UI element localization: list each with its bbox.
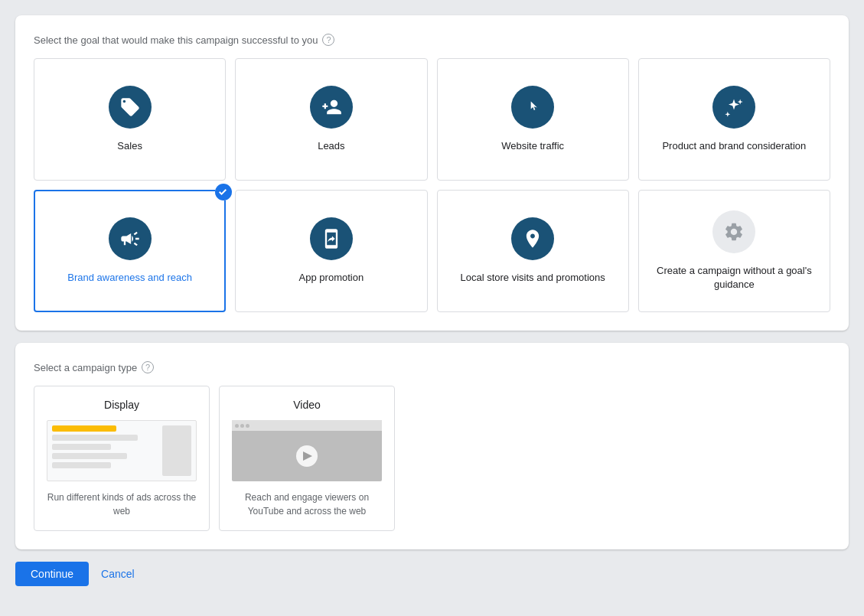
campaign-grid: Display Run different kinds of ads acr bbox=[34, 386, 830, 531]
campaign-card-display[interactable]: Display Run different kinds of ads acr bbox=[34, 386, 210, 531]
cursor-click-icon bbox=[522, 96, 543, 118]
goal-section-text: Select the goal that would make this cam… bbox=[34, 34, 318, 46]
megaphone-icon bbox=[119, 228, 141, 249]
goal-grid: Sales Leads bbox=[34, 58, 830, 312]
goal-card-no-goal[interactable]: Create a campaign without a goal's guida… bbox=[638, 190, 830, 312]
no-goal-label: Create a campaign without a goal's guida… bbox=[651, 264, 817, 292]
app-promotion-icon-circle bbox=[310, 217, 353, 260]
leads-icon-circle bbox=[310, 86, 353, 129]
local-store-label: Local store visits and promotions bbox=[460, 271, 605, 285]
video-title: Video bbox=[232, 399, 382, 411]
tag-icon bbox=[119, 96, 141, 118]
display-thumb-image bbox=[162, 425, 191, 476]
video-play-button bbox=[296, 445, 318, 467]
app-promotion-label: App promotion bbox=[299, 271, 364, 285]
video-dot-1 bbox=[235, 424, 239, 428]
goal-card-product-brand[interactable]: Product and brand consideration bbox=[638, 58, 830, 181]
campaign-type-card: Select a campaign type ? Display bbox=[15, 343, 849, 549]
display-thumb-content bbox=[52, 425, 159, 476]
campaign-card-video[interactable]: Video Reach and engage viewers on YouTub bbox=[219, 386, 395, 531]
display-bar-yellow bbox=[52, 425, 116, 432]
video-thumb-illustration bbox=[232, 420, 382, 481]
continue-button[interactable]: Continue bbox=[15, 562, 89, 586]
display-bar-4 bbox=[52, 462, 111, 468]
selected-check-badge bbox=[215, 184, 232, 200]
display-thumbnail bbox=[47, 420, 197, 481]
brand-awareness-icon-circle bbox=[109, 217, 152, 260]
cancel-button[interactable]: Cancel bbox=[101, 568, 135, 580]
video-description: Reach and engage viewers on YouTube and … bbox=[232, 491, 382, 518]
campaign-section-label: Select a campaign type ? bbox=[34, 361, 830, 373]
leads-label: Leads bbox=[318, 139, 344, 153]
campaign-section-text: Select a campaign type bbox=[34, 362, 137, 373]
video-thumbnail bbox=[232, 420, 382, 481]
page-wrapper: Select the goal that would make this cam… bbox=[15, 15, 849, 586]
goal-card-website-traffic[interactable]: Website traffic bbox=[437, 58, 629, 181]
sparkle-icon bbox=[723, 96, 745, 118]
video-dot-2 bbox=[240, 424, 244, 428]
play-triangle-icon bbox=[303, 451, 312, 461]
person-add-icon bbox=[321, 96, 342, 118]
goal-card-sales[interactable]: Sales bbox=[34, 58, 226, 181]
display-thumb-illustration bbox=[47, 420, 197, 481]
no-goal-icon-circle bbox=[712, 210, 755, 253]
goal-card-brand-awareness[interactable]: Brand awareness and reach bbox=[34, 190, 226, 312]
product-brand-label: Product and brand consideration bbox=[662, 139, 806, 153]
sales-label: Sales bbox=[117, 139, 142, 153]
video-dot-3 bbox=[246, 424, 249, 428]
footer-actions: Continue Cancel bbox=[15, 562, 849, 586]
website-traffic-label: Website traffic bbox=[501, 139, 564, 153]
local-store-icon-circle bbox=[511, 217, 554, 260]
goal-card-local-store[interactable]: Local store visits and promotions bbox=[437, 190, 629, 312]
goal-section-label: Select the goal that would make this cam… bbox=[34, 34, 830, 46]
display-description: Run different kinds of ads across the we… bbox=[47, 491, 197, 518]
sales-icon-circle bbox=[109, 86, 152, 129]
location-icon bbox=[522, 228, 543, 249]
goal-card-app-promotion[interactable]: App promotion bbox=[235, 190, 427, 312]
product-brand-icon-circle bbox=[712, 86, 755, 129]
display-bar-1 bbox=[52, 435, 138, 441]
check-icon bbox=[215, 184, 232, 200]
goal-card-leads[interactable]: Leads bbox=[235, 58, 427, 181]
brand-awareness-label: Brand awareness and reach bbox=[67, 271, 192, 285]
gear-icon bbox=[723, 221, 745, 243]
campaign-help-icon[interactable]: ? bbox=[142, 361, 154, 373]
goal-help-icon[interactable]: ? bbox=[322, 34, 334, 46]
video-thumb-top-bar bbox=[232, 420, 382, 431]
display-bar-3 bbox=[52, 453, 127, 459]
goal-selection-card: Select the goal that would make this cam… bbox=[15, 15, 849, 331]
display-title: Display bbox=[47, 399, 197, 411]
display-bar-2 bbox=[52, 444, 111, 450]
website-traffic-icon-circle bbox=[511, 86, 554, 129]
smartphone-icon bbox=[321, 228, 342, 249]
